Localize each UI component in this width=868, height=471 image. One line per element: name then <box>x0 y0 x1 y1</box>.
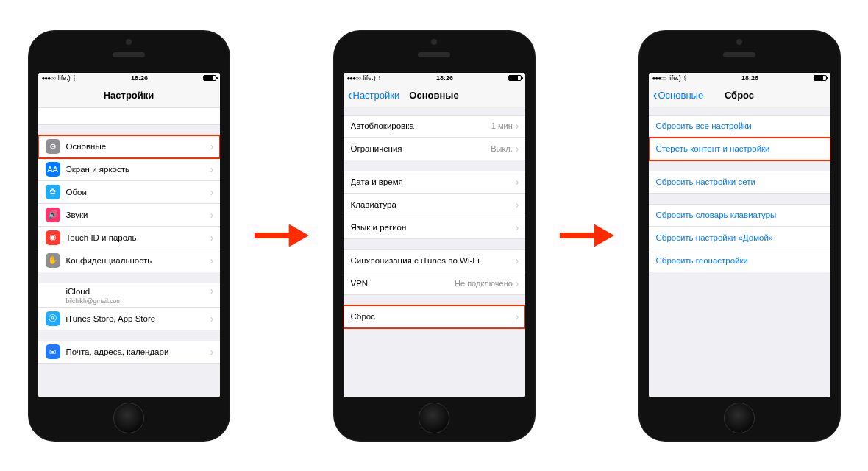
row-reset-network[interactable]: Сбросить настройки сети <box>649 171 830 194</box>
display-icon: AA <box>46 162 60 177</box>
screen-general: ●●●○○ life:) ⧙ 18:26 ‹ Настройки Основны… <box>344 73 525 397</box>
carrier-label: life:) <box>58 74 71 82</box>
status-bar: ●●●○○ life:) ⧙ 18:26 <box>38 73 220 84</box>
row-reset-location[interactable]: Сбросить геонастройки <box>649 249 830 272</box>
carrier-label: life:) <box>669 74 681 82</box>
group-reset1: Сбросить все настройкиСтереть контент и … <box>649 115 830 160</box>
chevron-right-icon: › <box>516 176 519 188</box>
row-label: Сбросить настройки сети <box>656 177 825 186</box>
phone-settings: ●●●○○ life:) ⧙ 18:26 Настройки ⚙Основные… <box>28 30 230 442</box>
home-button[interactable] <box>724 403 755 433</box>
row-general[interactable]: ⚙Основные› <box>38 135 220 158</box>
row-touchid[interactable]: ◉Touch ID и пароль› <box>38 227 220 249</box>
chevron-right-icon: › <box>210 255 214 266</box>
row-label: Обои <box>66 188 210 196</box>
itunes-icon: Ⓐ <box>46 311 60 326</box>
row-subtitle: bilchikh@gmail.com <box>66 297 122 305</box>
row-display[interactable]: AAЭкран и яркость› <box>38 158 220 181</box>
chevron-left-icon: ‹ <box>653 88 658 102</box>
row-reset-settings[interactable]: Сбросить все настройки <box>649 115 830 138</box>
row-datetime[interactable]: Дата и время› <box>344 171 525 194</box>
arrow-icon <box>558 219 616 252</box>
navbar-reset: ‹ Основные Сброс <box>649 84 830 107</box>
arrow-icon <box>252 219 311 252</box>
row-label: Почта, адреса, календари <box>66 347 210 356</box>
row-label: Стереть контент и настройки <box>656 144 825 153</box>
group-general: ⚙Основные›AAЭкран и яркость›✿Обои›🔊Звуки… <box>38 135 220 272</box>
row-reset-home[interactable]: Сбросить настройки «Домой» <box>649 227 830 249</box>
row-detail: 1 мин <box>491 121 513 130</box>
speaker-slot <box>723 52 755 57</box>
page-title: Основные <box>409 90 458 101</box>
row-vpn[interactable]: VPNНе подключено› <box>344 272 525 295</box>
row-label: iTunes Store, App Store <box>66 314 210 323</box>
chevron-right-icon: › <box>210 313 214 325</box>
row-label: Язык и регион <box>351 223 516 232</box>
row-wallpaper[interactable]: ✿Обои› <box>38 181 220 204</box>
clock: 18:26 <box>436 74 453 82</box>
back-button[interactable]: ‹ Основные <box>653 84 704 107</box>
row-label: Основные <box>66 142 210 151</box>
row-privacy[interactable]: ✋Конфиденциальность› <box>38 249 220 272</box>
row-itunes[interactable]: ⒶiTunes Store, App Store› <box>38 308 220 330</box>
chevron-right-icon: › <box>210 232 214 244</box>
row-label: Сбросить словарь клавиатуры <box>656 210 825 219</box>
clock: 18:26 <box>741 74 758 82</box>
row-label: Сбросить геонастройки <box>656 256 825 265</box>
chevron-right-icon: › <box>210 186 214 198</box>
row-label: Сброс <box>351 312 516 321</box>
row-detail: Выкл. <box>491 144 513 153</box>
row-lang[interactable]: Язык и регион› <box>344 216 525 239</box>
group-mail: ✉Почта, адреса, календари› <box>38 341 220 364</box>
status-bar: ●●●○○ life:) ⧙ 18:26 <box>344 73 525 84</box>
chevron-right-icon: › <box>516 255 519 266</box>
page-title: Сброс <box>725 90 754 101</box>
row-reset[interactable]: Сброс› <box>344 305 525 328</box>
privacy-icon: ✋ <box>46 253 60 268</box>
speaker-slot <box>418 52 450 57</box>
camera-dot <box>736 39 742 45</box>
group-datetime: Дата и время›Клавиатура›Язык и регион› <box>344 171 525 239</box>
settings-list[interactable]: ⚙Основные›AAЭкран и яркость›✿Обои›🔊Звуки… <box>38 107 220 397</box>
phone-general: ●●●○○ life:) ⧙ 18:26 ‹ Настройки Основны… <box>333 30 536 442</box>
row-keyboard[interactable]: Клавиатура› <box>344 194 525 216</box>
row-sounds[interactable]: 🔊Звуки› <box>38 204 220 227</box>
row-label: Ограничения <box>351 144 491 153</box>
chevron-right-icon: › <box>516 277 519 289</box>
camera-dot <box>431 39 437 45</box>
clock: 18:26 <box>131 74 148 82</box>
back-button[interactable]: ‹ Настройки <box>348 84 400 107</box>
row-label: Сбросить настройки «Домой» <box>656 233 825 242</box>
row-mail[interactable]: ✉Почта, адреса, календари› <box>38 341 220 364</box>
navbar-settings: Настройки <box>38 84 220 107</box>
group-reset2: Сбросить настройки сети <box>649 171 830 194</box>
back-label: Основные <box>658 90 704 101</box>
icloud-icon: ☁ <box>46 285 60 300</box>
row-label: Дата и время <box>351 177 516 186</box>
camera-dot <box>126 39 132 45</box>
general-icon: ⚙ <box>46 139 60 154</box>
signal-dots: ●●●○○ <box>652 75 666 82</box>
speaker-slot <box>113 52 145 57</box>
page-title: Настройки <box>104 90 154 101</box>
signal-dots: ●●●○○ <box>347 75 361 82</box>
home-button[interactable] <box>113 403 144 433</box>
chevron-right-icon: › <box>516 311 519 322</box>
chevron-right-icon: › <box>210 285 214 297</box>
row-erase-all[interactable]: Стереть контент и настройки <box>649 138 830 160</box>
row-wifi-sync[interactable]: Синхронизация с iTunes по Wi-Fi› <box>344 249 525 272</box>
chevron-right-icon: › <box>516 120 519 132</box>
row-autolock[interactable]: Автоблокировка1 мин› <box>344 115 525 138</box>
chevron-right-icon: › <box>210 346 214 358</box>
row-icloud[interactable]: ☁iCloudbilchikh@gmail.com› <box>38 283 220 308</box>
general-list[interactable]: Автоблокировка1 мин›ОграниченияВыкл.› Да… <box>344 107 525 397</box>
reset-list[interactable]: Сбросить все настройкиСтереть контент и … <box>649 107 830 397</box>
row-label: Клавиатура <box>351 200 516 209</box>
chevron-right-icon: › <box>516 222 519 233</box>
status-bar: ●●●○○ life:) ⧙ 18:26 <box>649 73 830 84</box>
row-restrict[interactable]: ОграниченияВыкл.› <box>344 138 525 160</box>
peek-row <box>38 107 220 125</box>
chevron-right-icon: › <box>210 141 214 152</box>
home-button[interactable] <box>419 403 449 433</box>
row-reset-keyboard-dict[interactable]: Сбросить словарь клавиатуры <box>649 204 830 227</box>
